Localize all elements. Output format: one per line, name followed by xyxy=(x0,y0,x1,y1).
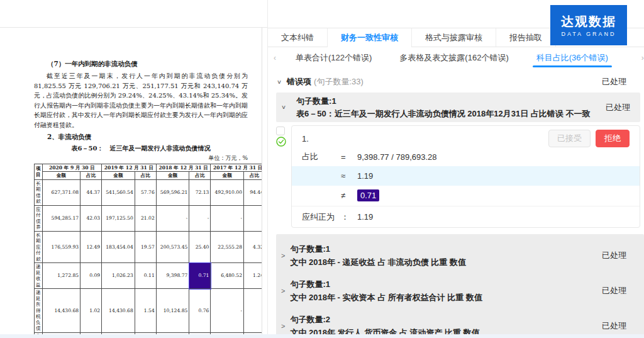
group-sentence-count: 句子数量:1 xyxy=(290,278,482,291)
error-section-header[interactable]: ∨ 错误项 (句子数量:33) 已处理 xyxy=(277,74,626,90)
chevron-right-icon[interactable]: > xyxy=(281,252,285,259)
table-header-cell: 项目 xyxy=(35,164,43,179)
equals-operator: = xyxy=(341,152,357,162)
detail-index: 1. xyxy=(302,134,309,144)
chevron-right-icon[interactable]: > xyxy=(281,287,285,295)
review-panel: 文本纠错 财务一致性审核 格式与披露审核 报告抽取 达观数据 DATA GRAN… xyxy=(267,0,644,338)
table-cell: 6,480.52 xyxy=(211,263,244,289)
error-detail-card: 1. 已接受 拒绝 占比 = 9,398.77 / 789,693.28 ≈ 1… xyxy=(291,125,640,228)
table-cell: 57.76 xyxy=(135,179,156,205)
app-window: （7）一年内到期的非流动负债 截至近三年及一期末，发行人一年内到期的非流动负债分… xyxy=(0,0,644,338)
table-cell: 长期应付款 xyxy=(35,231,43,263)
error-group-item[interactable]: > 句子数量:1 文中 2018年 - 递延收益 占 非流动负债 比重 数值 已… xyxy=(276,238,644,273)
table-cell: 183,454.04 xyxy=(102,231,135,263)
table-cell: 0.09 xyxy=(80,263,102,289)
subtab-account-ratio[interactable]: 科目占比(36个错误) xyxy=(528,48,617,68)
tab-text-correction[interactable]: 文本纠错 xyxy=(268,28,328,47)
detail-corrected-value: 1.19 xyxy=(357,212,373,222)
subtab-single-table-total[interactable]: 单表合计(122个错误) xyxy=(287,48,380,68)
table-cell: 1.24 xyxy=(243,263,262,289)
error-group-item[interactable]: > 句子数量:2 文中 2018年 发行人 货币资金 占 流动资产 比重 数值 … xyxy=(276,308,644,338)
bottom-scroll-track[interactable] xyxy=(0,334,644,338)
table-caption: 表6－50： 近三年及一期发行人非流动负债情况 xyxy=(34,144,248,153)
table-header-cell: 2018 年 12 月 31 日 xyxy=(156,164,211,172)
table-cell: 递延收益 xyxy=(35,263,43,289)
table-cell: 22,555.28 xyxy=(211,231,244,263)
table-row: 递延所得税负债14,430.681.0214,430.681.5410,124.… xyxy=(35,289,263,333)
tab-report-extraction[interactable]: 报告抽取 xyxy=(496,28,556,47)
processed-status: 已处理 xyxy=(606,102,630,113)
table-cell: - xyxy=(243,205,262,231)
chevron-down-icon[interactable]: ∨ xyxy=(277,79,282,85)
doc-heading: 2、非流动负债 xyxy=(34,132,248,142)
group-sentence-count: 句子数量:1 xyxy=(296,95,590,108)
error-group-header[interactable]: ∨ 句子数量:1 表6－50：近三年及一期发行人非流动负债情况 2018年12月… xyxy=(276,93,640,122)
subtab-multi-table-disclosure[interactable]: 多表格及表文披露(162个错误) xyxy=(391,48,517,68)
table-cell: - xyxy=(211,205,244,231)
table-cell: 21.02 xyxy=(135,205,156,231)
table-cell: - xyxy=(156,205,189,231)
table-header-row: 项目 2020 年 9 月 30 日 2019 年 12 月 31 日 2018… xyxy=(35,164,263,172)
table-header-cell: 金额 xyxy=(211,172,244,180)
table-cell: 14,430.68 xyxy=(42,289,80,333)
accepted-check-icon xyxy=(276,137,286,147)
processed-status: 已处理 xyxy=(602,76,626,87)
table-cell: 应付债券 xyxy=(35,205,43,231)
table-cell: 0.11 xyxy=(135,263,156,289)
table-cell: 1,272.85 xyxy=(42,263,80,289)
document-viewer[interactable]: （7）一年内到期的非流动负债 截至近三年及一期末，发行人一年内到期的非流动负债分… xyxy=(0,0,267,338)
chevron-right-icon[interactable]: > xyxy=(281,322,285,330)
subtab-financial-indicator[interactable]: 财务指标核算 xyxy=(627,48,636,68)
table-header-cell: 2019 年 12 月 31 日 xyxy=(102,164,157,172)
table-cell: 44.37 xyxy=(80,179,102,205)
table-cell: 19.57 xyxy=(135,231,156,263)
table-cell: 594,285.17 xyxy=(42,205,80,231)
accepted-button[interactable]: 已接受 xyxy=(548,130,591,147)
reject-button[interactable]: 拒绝 xyxy=(596,130,630,147)
error-group-item[interactable]: > 句子数量:1 文中 2018年 - 实收资本 占 所有者权益合计 比重 数值… xyxy=(276,273,644,308)
table-subheader-row: 金额 占比 金额 占比 金额 占比 金额 占比 xyxy=(35,172,263,180)
sub-tabbar: ‹ 单表合计(122个错误) 多表格及表文披露(162个错误) 科目占比(36个… xyxy=(268,48,644,68)
table-cell: 569,596.21 xyxy=(156,179,189,205)
table-cell: 长期借款 xyxy=(35,179,43,205)
table-cell: 12.49 xyxy=(80,231,102,263)
table-cell: 72.13 xyxy=(189,179,211,205)
chevron-right-icon[interactable]: › xyxy=(636,54,644,62)
logo-subtitle: DATA GRAND xyxy=(561,31,616,37)
chevron-down-icon[interactable]: ∨ xyxy=(281,104,286,110)
table-header-cell: 占比 xyxy=(135,172,156,180)
processed-status: 已处理 xyxy=(602,285,626,296)
table-cell: 1.02 xyxy=(80,289,102,333)
chevron-left-icon[interactable]: ‹ xyxy=(268,54,282,62)
table-unit: 单位：万元，% xyxy=(34,154,248,162)
select-checkbox[interactable] xyxy=(276,127,285,135)
group-title: 文中 2018年 - 递延收益 占 非流动负债 比重 数值 xyxy=(290,256,466,269)
table-cell: 176,559.93 xyxy=(42,231,80,263)
table-cell: 94.44 xyxy=(243,179,262,205)
table-row: 应付债券594,285.1742.03197,125.5021.02---- xyxy=(35,205,263,231)
table-header-cell: 金额 xyxy=(102,172,135,180)
table-cell: 25.40 xyxy=(189,231,211,263)
detail-wrong-value: 0.71 xyxy=(357,189,379,201)
table-header-cell: 占比 xyxy=(243,172,262,180)
table-cell: 10,124.85 xyxy=(156,289,189,333)
table-cell: - xyxy=(189,205,211,231)
table-header-cell: 占比 xyxy=(189,172,211,180)
table-cell: 541,560.54 xyxy=(102,179,135,205)
processed-status: 已处理 xyxy=(602,250,626,261)
error-section-count: (句子数量:33) xyxy=(314,76,364,87)
table-cell: 1.54 xyxy=(135,289,156,333)
document-page: （7）一年内到期的非流动负债 截至近三年及一期末，发行人一年内到期的非流动负债分… xyxy=(0,28,262,338)
tab-format-disclosure[interactable]: 格式与披露审核 xyxy=(412,28,496,47)
table-cell: 627,371.08 xyxy=(42,179,80,205)
tab-financial-consistency[interactable]: 财务一致性审核 xyxy=(328,28,412,47)
table-row: 长期应付款176,559.9312.49183,454.0419.57200,5… xyxy=(35,231,263,263)
table-header-cell: 金额 xyxy=(156,172,189,180)
doc-paragraph: 截至近三年及一期末，发行人一年内到期的非流动负债分别为 81,825.55 万元… xyxy=(34,71,248,130)
table-header-cell: 金额 xyxy=(42,172,80,180)
collapsed-error-groups: > 句子数量:1 文中 2018年 - 递延收益 占 非流动负债 比重 数值 已… xyxy=(276,234,644,338)
group-sentence-count: 句子数量:1 xyxy=(290,242,466,256)
table-cell: 492,910.00 xyxy=(211,179,244,205)
error-section-title: 错误项 xyxy=(287,76,311,87)
colon-separator: ： xyxy=(341,211,357,223)
